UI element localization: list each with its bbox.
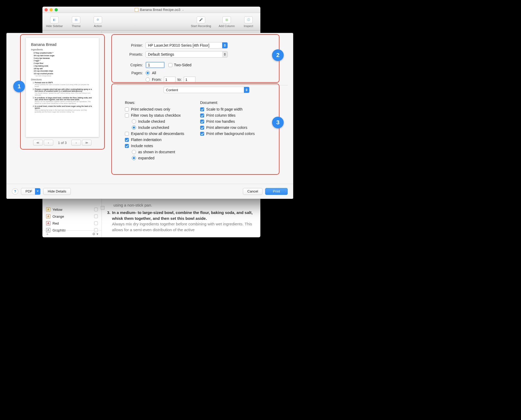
dialog-footer: ? PDF Hide Details Cancel Print bbox=[7, 184, 293, 199]
chevron-down-icon[interactable]: ⌄ bbox=[182, 8, 184, 11]
sidebar-item[interactable]: ARed bbox=[42, 220, 102, 227]
add-column-button[interactable]: ▥ Add Column bbox=[217, 16, 236, 28]
zoom-icon[interactable] bbox=[55, 8, 58, 11]
titlebar: Banana Bread Recipe.oo3 ⌄ bbox=[42, 7, 260, 13]
info-icon: ⓘ bbox=[244, 16, 253, 23]
partial-text: using a non-stick pan. bbox=[113, 202, 255, 208]
sidebar-item-label: Yellow bbox=[52, 208, 62, 212]
gear-icon[interactable]: ⚙︎ ▾ bbox=[92, 232, 98, 236]
action-button[interactable]: ⚙︎ Action bbox=[89, 16, 107, 28]
sidebar-item[interactable]: AYellow bbox=[42, 206, 102, 213]
pdf-button[interactable]: PDF bbox=[21, 188, 41, 195]
hide-sidebar-button[interactable]: ◧ Hide Sidebar bbox=[45, 16, 64, 28]
callout-box-1 bbox=[20, 34, 105, 150]
cancel-button[interactable]: Cancel bbox=[243, 188, 262, 195]
hide-details-button[interactable]: Hide Details bbox=[43, 188, 71, 195]
callout-badge-2: 2 bbox=[272, 49, 284, 61]
color-swatch-icon: A bbox=[46, 214, 50, 218]
sidebar-icon: ◧ bbox=[50, 16, 59, 23]
row-checkbox[interactable] bbox=[94, 208, 98, 211]
note-icon[interactable] bbox=[101, 206, 104, 210]
row-checkbox[interactable] bbox=[94, 221, 98, 225]
add-column-icon: ▥ bbox=[222, 16, 231, 23]
sidebar-item[interactable]: AOrange bbox=[42, 213, 102, 220]
callout-box-3 bbox=[111, 84, 279, 175]
start-recording-button[interactable]: 🎤 Start Recording bbox=[188, 16, 214, 28]
chevron-down-icon bbox=[35, 188, 40, 195]
document-icon bbox=[135, 8, 138, 12]
gear-icon: ⚙︎ bbox=[94, 16, 102, 23]
callout-badge-3: 3 bbox=[272, 117, 284, 128]
theme-button[interactable]: ▤ Theme bbox=[67, 16, 85, 28]
print-button[interactable]: Print bbox=[265, 188, 288, 195]
help-button[interactable]: ? bbox=[12, 188, 18, 195]
minimize-icon[interactable] bbox=[50, 8, 53, 11]
add-icon[interactable]: ＋ bbox=[46, 232, 49, 237]
toolbar: ◧ Hide Sidebar ▤ Theme ⚙︎ Action 🎤 Start… bbox=[42, 13, 260, 31]
inspect-button[interactable]: ⓘ Inspect bbox=[239, 16, 258, 28]
color-swatch-icon: A bbox=[46, 221, 50, 225]
sidebar-item-label: Red bbox=[52, 221, 59, 225]
row-checkbox[interactable] bbox=[94, 215, 98, 218]
callout-badge-1: 1 bbox=[13, 81, 25, 92]
window-title: Banana Bread Recipe.oo3 bbox=[140, 8, 181, 12]
callout-box-2 bbox=[111, 34, 279, 83]
item-title: In a medium- to large-sized bowl, combin… bbox=[112, 210, 255, 221]
color-swatch-icon: A bbox=[46, 207, 50, 212]
sidebar-item-label: Orange bbox=[52, 215, 64, 218]
item-note: Always mix dry ingredients together befo… bbox=[112, 221, 255, 233]
microphone-icon: 🎤 bbox=[197, 16, 205, 23]
item-number: 3. bbox=[107, 210, 111, 233]
close-icon[interactable] bbox=[45, 8, 48, 11]
theme-icon: ▤ bbox=[72, 16, 80, 23]
